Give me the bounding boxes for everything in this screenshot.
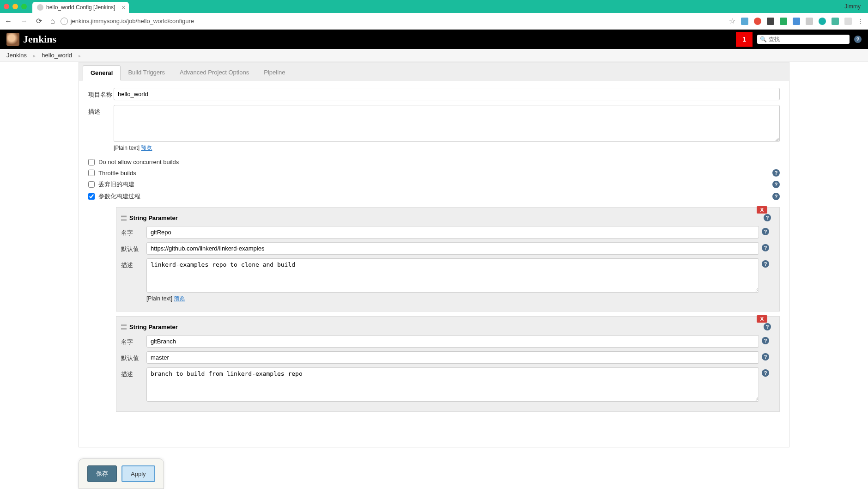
- config-panel: General Build Triggers Advanced Project …: [79, 62, 789, 447]
- url-bar[interactable]: i jenkins.jimmysong.io/job/hello_world/c…: [61, 18, 723, 25]
- window-maximize-icon[interactable]: [21, 4, 27, 9]
- param-default-label: 默认值: [121, 242, 146, 253]
- param-name-input[interactable]: [146, 335, 759, 348]
- param-default-input[interactable]: [146, 351, 759, 364]
- drag-handle-icon[interactable]: [121, 324, 127, 330]
- search-input[interactable]: [769, 36, 847, 43]
- param-name-help-icon[interactable]: ?: [762, 337, 769, 344]
- ext-icon-5[interactable]: [793, 18, 800, 25]
- no-concurrent-checkbox[interactable]: [88, 159, 95, 165]
- drag-handle-icon[interactable]: [121, 214, 127, 221]
- browser-toolbar: ← → ⟳ ⌂ i jenkins.jimmysong.io/job/hello…: [0, 13, 868, 30]
- delete-parameter-button[interactable]: X: [757, 206, 767, 214]
- ext-icon-7[interactable]: [819, 18, 826, 25]
- config-tabs: General Build Triggers Advanced Project …: [79, 62, 789, 80]
- param-default-help-icon[interactable]: ?: [762, 244, 769, 251]
- reload-icon[interactable]: ⟳: [36, 17, 42, 25]
- param-name-label: 名字: [121, 335, 146, 346]
- parameter-block: X String Parameter ? 名字 ? 默认值 ? 描述: [116, 316, 780, 412]
- tab-close-icon[interactable]: ×: [121, 4, 125, 11]
- jenkins-logo-icon: [6, 33, 19, 46]
- parameter-type-label: String Parameter: [129, 214, 178, 221]
- ext-icon-4[interactable]: [780, 18, 787, 25]
- browser-user-label[interactable]: Jimmy: [844, 3, 864, 10]
- param-desc-label: 描述: [121, 367, 146, 379]
- breadcrumb: Jenkins ▸ hello_world ▸: [0, 49, 868, 62]
- plain-text-label: [Plain text]: [146, 295, 172, 302]
- back-icon[interactable]: ←: [5, 17, 12, 25]
- search-box[interactable]: 🔍: [757, 35, 850, 44]
- preview-link[interactable]: 预览: [174, 295, 185, 302]
- discard-old-label: 丢弃旧的构建: [98, 180, 134, 189]
- breadcrumb-item-jenkins[interactable]: Jenkins: [6, 52, 27, 59]
- param-desc-help-icon[interactable]: ?: [762, 260, 769, 268]
- no-concurrent-label: Do not allow concurrent builds: [98, 159, 179, 165]
- tab-title: hello_world Config [Jenkins]: [46, 4, 115, 11]
- param-desc-help-icon[interactable]: ?: [762, 369, 769, 377]
- search-icon: 🔍: [760, 36, 767, 43]
- breadcrumb-item-job[interactable]: hello_world: [42, 52, 72, 59]
- param-name-help-icon[interactable]: ?: [762, 228, 769, 235]
- throttle-label: Throttle builds: [98, 170, 136, 177]
- project-name-input[interactable]: [114, 88, 780, 100]
- jenkins-logo[interactable]: Jenkins: [6, 33, 56, 46]
- site-info-icon[interactable]: i: [61, 18, 68, 25]
- tab-favicon-icon: [37, 4, 43, 11]
- plain-text-label: [Plain text]: [114, 145, 140, 151]
- browser-titlebar: hello_world Config [Jenkins] × Jimmy: [0, 0, 868, 13]
- description-label: 描述: [88, 105, 114, 116]
- ext-icon-3[interactable]: [767, 18, 774, 25]
- param-type-help-icon[interactable]: ?: [764, 214, 771, 221]
- ext-icon-8[interactable]: [832, 18, 839, 25]
- preview-link[interactable]: 预览: [141, 145, 152, 151]
- parameter-type-label: String Parameter: [129, 324, 178, 330]
- browser-tab[interactable]: hello_world Config [Jenkins] ×: [32, 2, 129, 13]
- throttle-checkbox[interactable]: [88, 170, 95, 176]
- parameterized-help-icon[interactable]: ?: [772, 193, 780, 200]
- breadcrumb-separator-icon: ▸: [79, 53, 81, 58]
- param-name-input[interactable]: [146, 226, 759, 238]
- ext-icon-9[interactable]: [844, 18, 852, 25]
- window-controls: [4, 4, 27, 9]
- url-text: jenkins.jimmysong.io/job/hello_world/con…: [71, 18, 194, 24]
- home-icon[interactable]: ⌂: [50, 17, 55, 25]
- ext-icon-2[interactable]: [754, 18, 761, 25]
- tab-advanced[interactable]: Advanced Project Options: [172, 65, 256, 80]
- extension-icons: ⋮: [741, 18, 863, 25]
- forward-icon[interactable]: →: [20, 17, 28, 25]
- param-default-help-icon[interactable]: ?: [762, 353, 769, 361]
- discard-old-help-icon[interactable]: ?: [772, 181, 780, 188]
- ext-icon-1[interactable]: [741, 18, 748, 25]
- param-desc-textarea[interactable]: [146, 367, 759, 402]
- tab-build-triggers[interactable]: Build Triggers: [121, 65, 172, 80]
- description-textarea[interactable]: [114, 105, 780, 142]
- jenkins-brand-text: Jenkins: [23, 33, 56, 45]
- ext-icon-6[interactable]: [806, 18, 813, 25]
- parameterized-checkbox[interactable]: [88, 193, 95, 200]
- tab-general[interactable]: General: [83, 65, 121, 80]
- param-desc-label: 描述: [121, 258, 146, 269]
- delete-parameter-button[interactable]: X: [757, 315, 767, 323]
- window-close-icon[interactable]: [4, 4, 9, 9]
- param-default-input[interactable]: [146, 242, 759, 255]
- parameter-block: X String Parameter ? 名字 ? 默认值 ? 描述: [116, 207, 780, 312]
- notification-badge[interactable]: 1: [736, 32, 753, 47]
- param-desc-textarea[interactable]: [146, 258, 759, 293]
- jenkins-header: Jenkins 1 🔍 ?: [0, 30, 868, 49]
- bookmark-star-icon[interactable]: ☆: [729, 17, 735, 25]
- param-type-help-icon[interactable]: ?: [764, 323, 771, 330]
- param-default-label: 默认值: [121, 351, 146, 362]
- tab-pipeline[interactable]: Pipeline: [256, 65, 292, 80]
- throttle-help-icon[interactable]: ?: [772, 169, 780, 177]
- menu-icon[interactable]: ⋮: [857, 18, 863, 24]
- window-minimize-icon[interactable]: [12, 4, 18, 9]
- parameterized-label: 参数化构建过程: [98, 192, 140, 201]
- breadcrumb-separator-icon: ▸: [33, 53, 36, 58]
- discard-old-checkbox[interactable]: [88, 181, 95, 188]
- param-name-label: 名字: [121, 226, 146, 237]
- header-help-icon[interactable]: ?: [854, 36, 862, 43]
- project-name-label: 项目名称: [88, 88, 114, 99]
